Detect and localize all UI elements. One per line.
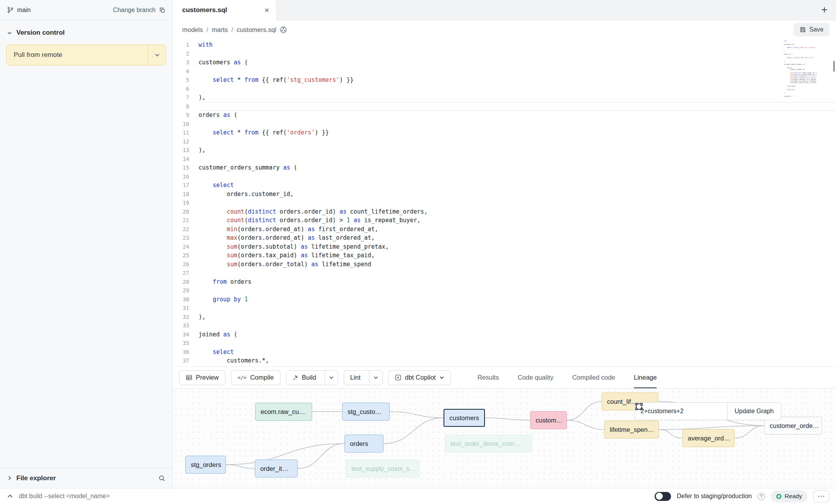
version-control-title: Version control <box>16 29 65 37</box>
lineage-node-stg_orders[interactable]: stg_orders <box>185 456 226 474</box>
code-icon: </> <box>238 375 247 380</box>
build-label: Build <box>302 374 316 381</box>
breadcrumb-bar: models / marts / customers.sql Sa <box>173 20 836 39</box>
preview-label: Preview <box>196 374 219 381</box>
status-bar: dbt build --select <model_name> Defer to… <box>0 488 836 504</box>
lineage-node-customer[interactable]: custom… <box>530 411 567 429</box>
more-menu-button[interactable]: ⋯ <box>813 490 829 502</box>
close-icon[interactable]: × <box>264 6 269 14</box>
copilot-icon <box>395 374 401 381</box>
lint-dropdown-toggle[interactable] <box>369 371 382 385</box>
version-control-header[interactable]: Version control <box>0 20 172 39</box>
branch-row: main Change branch <box>0 0 172 20</box>
chevron-up-icon[interactable] <box>7 493 13 499</box>
tab-results[interactable]: Results <box>477 367 499 388</box>
lineage-node-lifetime_spend[interactable]: lifetime_spen… <box>604 421 659 439</box>
ready-status-badge: Ready <box>771 490 808 502</box>
lint-label: Lint <box>350 374 360 381</box>
save-button[interactable]: Save <box>793 23 830 36</box>
main-panel: customers.sql × + models / marts / custo… <box>173 0 836 488</box>
change-branch-link[interactable]: Change branch <box>113 7 156 14</box>
lineage-panel[interactable]: ecom.raw_cu…stg_custo…customerscustom…co… <box>173 389 836 488</box>
search-icon[interactable] <box>158 475 165 482</box>
tab-title: customers.sql <box>182 6 227 14</box>
copy-icon[interactable] <box>159 7 165 13</box>
breadcrumb-file[interactable]: customers.sql <box>237 26 277 34</box>
save-icon <box>800 27 806 33</box>
lint-button[interactable]: Lint <box>344 370 383 385</box>
lineage-node-stg_customers[interactable]: stg_custo… <box>342 403 390 421</box>
breadcrumb-marts[interactable]: marts <box>212 26 228 34</box>
file-explorer-row[interactable]: File explorer <box>0 468 172 488</box>
git-branch-icon <box>7 7 14 13</box>
sidebar: main Change branch Version control Pull … <box>0 0 173 488</box>
save-label: Save <box>809 26 824 33</box>
editor-tab[interactable]: customers.sql × <box>173 0 277 20</box>
command-text[interactable]: dbt build --select <model_name> <box>19 493 110 500</box>
tab-code-quality[interactable]: Code quality <box>518 367 554 388</box>
copilot-button[interactable]: dbt Copilot <box>388 370 451 385</box>
branch-name: main <box>17 7 31 14</box>
build-button[interactable]: Build <box>286 370 339 385</box>
lineage-node-test_order_items[interactable]: test_order_items_com… <box>445 435 532 453</box>
new-tab-button[interactable]: + <box>813 5 836 15</box>
line-numbers: 1234567891011121314151617181920212223242… <box>173 39 195 366</box>
chevron-down-icon <box>329 375 334 380</box>
code-editor[interactable]: 1234567891011121314151617181920212223242… <box>173 39 836 366</box>
update-graph-button[interactable]: Update Graph <box>728 402 781 420</box>
tab-lineage[interactable]: Lineage <box>634 367 657 388</box>
breadcrumb-separator: / <box>206 26 208 34</box>
table-icon <box>186 374 192 381</box>
build-main[interactable]: Build <box>286 371 321 385</box>
pull-from-remote-button[interactable]: Pull from remote <box>6 44 166 65</box>
file-status-icon[interactable] <box>280 26 287 34</box>
code-content[interactable]: with customers as ( select * from {{ ref… <box>195 39 836 366</box>
help-icon[interactable]: ? <box>758 493 765 500</box>
app-body: main Change branch Version control Pull … <box>0 0 836 488</box>
compile-label: Compile <box>250 374 274 381</box>
app-root: main Change branch Version control Pull … <box>0 0 836 504</box>
lineage-node-order_items[interactable]: order_it… <box>255 460 298 477</box>
fullscreen-icon[interactable] <box>789 403 806 420</box>
chevron-down-icon <box>154 52 160 58</box>
result-view-tabs: Results Code quality Compiled code Linea… <box>477 367 657 388</box>
breadcrumb-separator: / <box>231 26 233 34</box>
chevron-down-icon <box>439 375 444 380</box>
lineage-node-orders[interactable]: orders <box>344 435 383 453</box>
tab-bar: customers.sql × + <box>173 0 836 20</box>
chevron-down-icon <box>7 30 12 35</box>
status-right-group: Defer to staging/production ? Ready ⋯ <box>655 490 829 502</box>
compile-button[interactable]: </> Compile <box>231 370 280 385</box>
copilot-label: dbt Copilot <box>405 374 436 381</box>
status-dot-icon <box>776 494 781 499</box>
defer-label: Defer to staging/production <box>677 493 752 500</box>
lineage-selector-input[interactable] <box>635 402 728 420</box>
build-dropdown-toggle[interactable] <box>325 371 338 385</box>
pull-from-remote-label: Pull from remote <box>7 45 148 65</box>
action-toolbar: Preview </> Compile Build <box>173 366 836 389</box>
ready-label: Ready <box>785 493 802 500</box>
hammer-icon <box>292 375 298 381</box>
lineage-node-average_order[interactable]: average_ord… <box>682 429 735 447</box>
tab-compiled-code[interactable]: Compiled code <box>572 367 615 388</box>
lint-main[interactable]: Lint <box>344 371 366 385</box>
file-explorer-title: File explorer <box>16 474 56 482</box>
defer-toggle[interactable] <box>655 492 671 501</box>
lineage-node-ecom_raw[interactable]: ecom.raw_cu… <box>255 403 312 421</box>
toggle-knob <box>656 493 663 500</box>
breadcrumb-models[interactable]: models <box>182 26 203 34</box>
preview-button[interactable]: Preview <box>179 370 225 385</box>
lineage-toolbar: Update Graph <box>635 402 824 420</box>
lineage-node-customers[interactable]: customers <box>444 409 485 427</box>
sidebar-spacer <box>0 71 172 468</box>
refresh-icon[interactable] <box>806 403 824 420</box>
editor-scrollbar[interactable] <box>833 61 835 72</box>
chevron-down-icon <box>373 375 378 380</box>
lineage-node-test_supply[interactable]: test_supply_costs_s… <box>346 460 419 477</box>
pull-dropdown-toggle[interactable] <box>148 45 166 65</box>
chevron-right-icon <box>7 476 12 481</box>
